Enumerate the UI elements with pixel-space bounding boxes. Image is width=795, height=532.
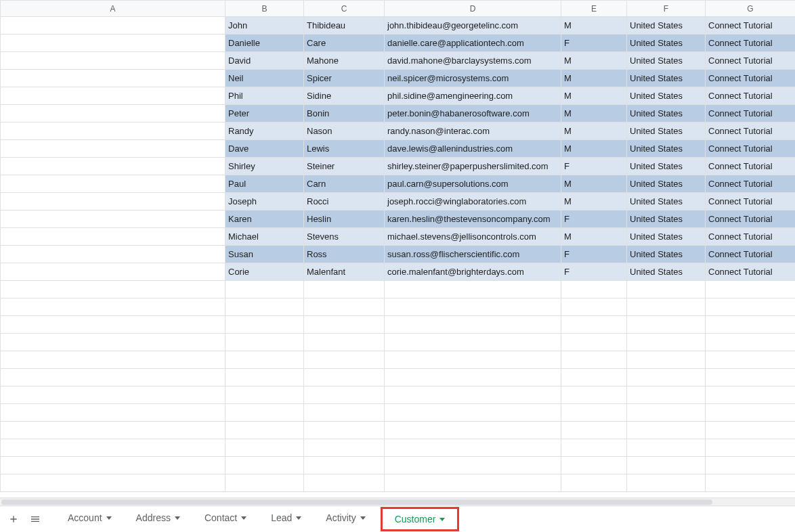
cell[interactable]: Connect Tutorial — [706, 228, 796, 246]
cell[interactable] — [385, 386, 561, 404]
cell[interactable] — [1, 246, 225, 263]
cell[interactable]: F — [561, 35, 627, 52]
cell[interactable]: Michael — [225, 228, 304, 246]
cell[interactable] — [304, 439, 385, 457]
cell[interactable] — [225, 457, 304, 474]
cell[interactable] — [1, 140, 225, 158]
cell[interactable] — [1, 35, 225, 52]
cell[interactable]: Connect Tutorial — [706, 140, 796, 158]
cell[interactable]: Heslin — [304, 210, 385, 228]
cell[interactable] — [1, 175, 225, 193]
table-row[interactable]: CorieMalenfantcorie.malenfant@brighterda… — [1, 263, 796, 281]
table-row[interactable]: DaveLewisdave.lewis@allenindustries.comM… — [1, 140, 796, 158]
cell[interactable]: Connect Tutorial — [706, 263, 796, 281]
cell[interactable] — [627, 281, 706, 298]
data-table[interactable]: A B C D E F G JohnThibideaujohn.thibidea… — [0, 0, 795, 492]
cell[interactable] — [1, 316, 225, 334]
cell[interactable] — [225, 281, 304, 298]
cell[interactable] — [627, 316, 706, 334]
cell[interactable]: Ross — [304, 246, 385, 263]
cell[interactable]: Susan — [225, 246, 304, 263]
cell[interactable] — [561, 351, 627, 369]
cell[interactable] — [561, 369, 627, 386]
table-row[interactable]: KarenHeslinkaren.heslin@thestevensoncomp… — [1, 210, 796, 228]
cell[interactable]: F — [561, 263, 627, 281]
cell[interactable]: United States — [627, 210, 706, 228]
cell[interactable] — [385, 422, 561, 439]
table-row[interactable] — [1, 281, 796, 298]
table-row[interactable]: DanielleCaredanielle.care@applicationtec… — [1, 35, 796, 52]
cell[interactable] — [627, 422, 706, 439]
cell[interactable]: M — [561, 228, 627, 246]
cell[interactable]: Connect Tutorial — [706, 52, 796, 70]
cell[interactable] — [706, 474, 796, 492]
cell[interactable] — [1, 298, 225, 316]
cell[interactable]: Rocci — [304, 193, 385, 210]
cell[interactable]: Nason — [304, 123, 385, 140]
cell[interactable]: John — [225, 17, 304, 35]
table-row[interactable] — [1, 298, 796, 316]
cell[interactable] — [1, 105, 225, 123]
cell[interactable]: United States — [627, 35, 706, 52]
cell[interactable] — [706, 298, 796, 316]
cell[interactable]: United States — [627, 17, 706, 35]
cell[interactable] — [225, 474, 304, 492]
cell[interactable]: Mahone — [304, 52, 385, 70]
cell[interactable] — [627, 474, 706, 492]
table-row[interactable]: RandyNasonrandy.nason@interac.comMUnited… — [1, 123, 796, 140]
col-header-E[interactable]: E — [561, 1, 627, 17]
cell[interactable] — [225, 404, 304, 422]
cell[interactable] — [706, 369, 796, 386]
cell[interactable] — [1, 52, 225, 70]
cell[interactable]: M — [561, 70, 627, 87]
sheet-tab-lead[interactable]: Lead — [261, 507, 311, 529]
cell[interactable]: Randy — [225, 123, 304, 140]
col-header-B[interactable]: B — [225, 1, 304, 17]
cell[interactable] — [1, 334, 225, 351]
table-row[interactable]: PeterBoninpeter.bonin@habanerosoftware.c… — [1, 105, 796, 123]
cell[interactable]: Bonin — [304, 105, 385, 123]
cell[interactable] — [1, 474, 225, 492]
cell[interactable]: randy.nason@interac.com — [385, 123, 561, 140]
cell[interactable]: M — [561, 52, 627, 70]
add-sheet-button[interactable] — [4, 510, 23, 529]
table-row[interactable]: JohnThibideaujohn.thibideau@georgetelinc… — [1, 17, 796, 35]
cell[interactable] — [385, 404, 561, 422]
cell[interactable]: Connect Tutorial — [706, 210, 796, 228]
cell[interactable] — [304, 457, 385, 474]
cell[interactable] — [627, 369, 706, 386]
table-row[interactable] — [1, 439, 796, 457]
cell[interactable] — [304, 474, 385, 492]
cell[interactable]: Thibideau — [304, 17, 385, 35]
table-row[interactable] — [1, 386, 796, 404]
cell[interactable] — [561, 281, 627, 298]
cell[interactable] — [627, 404, 706, 422]
cell[interactable] — [627, 386, 706, 404]
cell[interactable] — [706, 351, 796, 369]
cell[interactable] — [1, 123, 225, 140]
cell[interactable] — [385, 439, 561, 457]
cell[interactable] — [385, 334, 561, 351]
col-header-C[interactable]: C — [304, 1, 385, 17]
cell[interactable]: Shirley — [225, 158, 304, 175]
cell[interactable]: David — [225, 52, 304, 70]
cell[interactable] — [706, 281, 796, 298]
cell[interactable] — [1, 351, 225, 369]
cell[interactable] — [627, 457, 706, 474]
table-row[interactable] — [1, 457, 796, 474]
cell[interactable] — [561, 298, 627, 316]
sheet-tab-contact[interactable]: Contact — [195, 507, 256, 529]
cell[interactable] — [304, 351, 385, 369]
table-row[interactable]: NeilSpicerneil.spicer@microsystems.comMU… — [1, 70, 796, 87]
cell[interactable]: Joseph — [225, 193, 304, 210]
cell[interactable] — [561, 386, 627, 404]
table-row[interactable] — [1, 404, 796, 422]
cell[interactable]: United States — [627, 105, 706, 123]
cell[interactable]: F — [561, 158, 627, 175]
cell[interactable]: United States — [627, 87, 706, 105]
cell[interactable]: Danielle — [225, 35, 304, 52]
table-row[interactable] — [1, 369, 796, 386]
cell[interactable] — [561, 316, 627, 334]
cell[interactable] — [225, 422, 304, 439]
cell[interactable] — [1, 228, 225, 246]
